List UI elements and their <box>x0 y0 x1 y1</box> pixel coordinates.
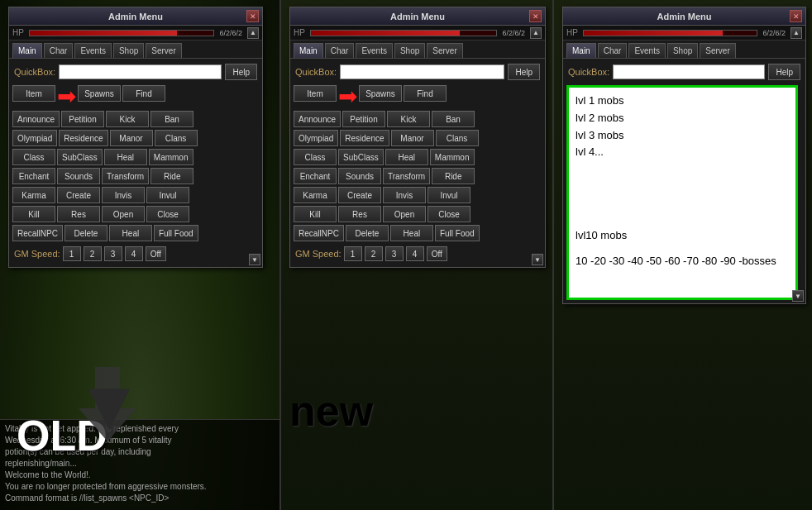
delete-button-mid[interactable]: Delete <box>346 225 389 241</box>
speed-1-left[interactable]: 1 <box>63 246 81 261</box>
scroll-up-mid[interactable]: ▲ <box>530 27 542 39</box>
list-item-bosses[interactable]: 10 -20 -30 -40 -50 -60 -70 -80 -90 -boss… <box>576 253 789 270</box>
item-button-mid[interactable]: Item <box>294 85 337 102</box>
res-button-mid[interactable]: Res <box>338 206 381 222</box>
speed-4-left[interactable]: 4 <box>125 246 143 261</box>
help-button-left[interactable]: Help <box>225 64 257 80</box>
subclass-button-mid[interactable]: SubClass <box>338 149 384 165</box>
sounds-button-left[interactable]: Sounds <box>57 168 100 184</box>
list-item-1[interactable]: lvl 1 mobs <box>576 93 789 110</box>
clans-button-mid[interactable]: Clans <box>436 130 479 146</box>
petition-button-left[interactable]: Petition <box>61 111 104 127</box>
announce-button-mid[interactable]: Announce <box>294 111 341 127</box>
speed-2-mid[interactable]: 2 <box>365 246 383 261</box>
enchant-button-left[interactable]: Enchant <box>12 168 55 184</box>
speed-2-left[interactable]: 2 <box>84 246 102 261</box>
list-item-2[interactable]: lvl 2 mobs <box>576 110 789 127</box>
invis-button-mid[interactable]: Invis <box>383 187 426 203</box>
spawns-button-mid[interactable]: Spawns <box>359 85 402 102</box>
close-button-mid[interactable]: ✕ <box>529 10 542 22</box>
kick-button-mid[interactable]: Kick <box>387 111 430 127</box>
kick-button-left[interactable]: Kick <box>106 111 149 127</box>
help-button-right[interactable]: Help <box>768 64 800 80</box>
quickbox-input-right[interactable] <box>613 64 765 79</box>
ban-button-mid[interactable]: Ban <box>432 111 475 127</box>
mammon-button-left[interactable]: Mammon <box>149 149 193 165</box>
close-btn-mid[interactable]: Close <box>427 206 470 222</box>
scroll-down-mid[interactable]: ▼ <box>532 254 543 265</box>
residence-button-left[interactable]: Residence <box>59 130 107 146</box>
petition-button-mid[interactable]: Petition <box>342 111 385 127</box>
subclass-button-left[interactable]: SubClass <box>57 149 103 165</box>
open-button-mid[interactable]: Open <box>383 206 426 222</box>
tab-shop-left[interactable]: Shop <box>113 43 144 58</box>
tab-server-right[interactable]: Server <box>700 43 735 58</box>
dropdown-list-box[interactable]: lvl 1 mobs lvl 2 mobs lvl 3 mobs lvl 4..… <box>566 85 798 300</box>
ban-button-left[interactable]: Ban <box>150 111 193 127</box>
speed-3-mid[interactable]: 3 <box>385 246 404 261</box>
invul-button-mid[interactable]: Invul <box>427 187 470 203</box>
heal2-button-left[interactable]: Heal <box>109 225 152 241</box>
close-button-left[interactable]: Close <box>146 206 189 222</box>
scroll-down-right[interactable]: ▼ <box>792 290 804 302</box>
scroll-up-left[interactable]: ▲ <box>247 27 259 39</box>
fullfood-button-left[interactable]: Full Food <box>154 225 198 241</box>
speed-4-mid[interactable]: 4 <box>406 246 424 261</box>
kill-button-mid[interactable]: Kill <box>294 206 337 222</box>
residence-button-mid[interactable]: Residence <box>340 130 389 146</box>
tab-char-mid[interactable]: Char <box>325 43 355 58</box>
find-button-mid[interactable]: Find <box>404 85 447 102</box>
tab-shop-mid[interactable]: Shop <box>394 43 425 58</box>
recallnpc-button-left[interactable]: RecallNPC <box>12 225 63 241</box>
tab-events-mid[interactable]: Events <box>356 43 393 58</box>
tab-server-left[interactable]: Server <box>146 43 181 58</box>
spawns-button-left[interactable]: Spawns <box>78 85 121 102</box>
scroll-down-left[interactable]: ▼ <box>249 254 260 265</box>
announce-button-left[interactable]: Announce <box>12 111 60 127</box>
speed-off-mid[interactable]: Off <box>427 246 447 261</box>
clans-button-left[interactable]: Clans <box>155 130 198 146</box>
speed-1-mid[interactable]: 1 <box>344 246 362 261</box>
heal2-button-mid[interactable]: Heal <box>390 225 433 241</box>
list-item-3[interactable]: lvl 3 mobs <box>576 127 789 145</box>
olympiad-button-mid[interactable]: Olympiad <box>294 130 338 146</box>
find-button-left[interactable]: Find <box>122 85 165 102</box>
open-button-left[interactable]: Open <box>102 206 145 222</box>
karma-button-left[interactable]: Karma <box>12 187 55 203</box>
mammon-button-mid[interactable]: Mammon <box>430 149 475 165</box>
ride-button-left[interactable]: Ride <box>150 168 193 184</box>
recallnpc-button-mid[interactable]: RecallNPC <box>294 225 344 241</box>
item-button-left[interactable]: Item <box>12 85 55 102</box>
scroll-up-right[interactable]: ▲ <box>791 27 802 39</box>
tab-shop-right[interactable]: Shop <box>667 43 698 58</box>
create-button-left[interactable]: Create <box>57 187 100 203</box>
tab-events-right[interactable]: Events <box>628 43 666 58</box>
enchant-button-mid[interactable]: Enchant <box>294 168 337 184</box>
transform-button-mid[interactable]: Transform <box>383 168 430 184</box>
tab-char-right[interactable]: Char <box>598 43 628 58</box>
tab-char-left[interactable]: Char <box>44 43 74 58</box>
manor-button-mid[interactable]: Manor <box>391 130 434 146</box>
quickbox-input-mid[interactable] <box>340 64 504 79</box>
heal-button-mid[interactable]: Heal <box>385 149 428 165</box>
sounds-button-mid[interactable]: Sounds <box>338 168 381 184</box>
create-button-mid[interactable]: Create <box>338 187 381 203</box>
close-button-right[interactable]: ✕ <box>790 10 802 22</box>
tab-server-mid[interactable]: Server <box>427 43 462 58</box>
close-button-left[interactable]: ✕ <box>246 10 259 22</box>
quickbox-input-left[interactable] <box>59 64 222 79</box>
transform-button-left[interactable]: Transform <box>102 168 149 184</box>
help-button-mid[interactable]: Help <box>508 64 540 80</box>
fullfood-button-mid[interactable]: Full Food <box>435 225 480 241</box>
manor-button-left[interactable]: Manor <box>110 130 153 146</box>
speed-3-left[interactable]: 3 <box>104 246 122 261</box>
tab-main-mid[interactable]: Main <box>294 43 323 58</box>
delete-button-left[interactable]: Delete <box>64 225 107 241</box>
tab-events-left[interactable]: Events <box>74 43 112 58</box>
res-button-left[interactable]: Res <box>57 206 100 222</box>
olympiad-button-left[interactable]: Olympiad <box>12 130 57 146</box>
speed-off-left[interactable]: Off <box>146 246 166 261</box>
kill-button-left[interactable]: Kill <box>12 206 55 222</box>
tab-main-right[interactable]: Main <box>566 43 596 58</box>
class-button-mid[interactable]: Class <box>294 149 337 165</box>
